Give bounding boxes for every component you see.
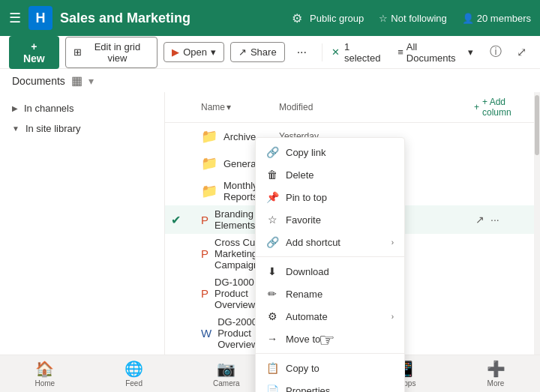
- add-col-icon: +: [474, 102, 479, 112]
- members-link[interactable]: 👤 20 members: [462, 13, 531, 24]
- bottom-nav-label: Home: [34, 379, 55, 388]
- menu-item-label: Properties: [286, 385, 394, 393]
- bottom-nav-feed[interactable]: 🌐 Feed: [116, 357, 152, 391]
- menu-item-favorite[interactable]: ☆ Favorite: [256, 208, 404, 231]
- menu-item-label: Delete: [286, 169, 394, 181]
- close-selection-icon[interactable]: ✕: [332, 46, 340, 58]
- scrollbar[interactable]: [534, 92, 540, 388]
- breadcrumb-bar: Documents ▦ ▾: [0, 69, 540, 92]
- menu-item-label: Download: [286, 266, 394, 277]
- menu-item-download[interactable]: ⬇ Download: [256, 260, 404, 283]
- share-icon: ↗: [238, 46, 247, 58]
- in-channels-section[interactable]: ▶ In channels: [0, 98, 164, 118]
- open-button[interactable]: ▶ Open ▾: [164, 42, 224, 62]
- left-navigation: ▶ In channels ▼ In site library: [0, 92, 165, 388]
- in-site-library-section[interactable]: ▼ In site library: [0, 118, 164, 139]
- file-list-header: Name ▾ Modified + + Add column: [165, 92, 540, 123]
- share-button[interactable]: ↗ Share: [230, 42, 285, 62]
- row-check-cell: ✔: [171, 213, 201, 227]
- menu-item-label: Automate: [286, 311, 384, 322]
- add-column-button[interactable]: + + Add column: [474, 97, 534, 118]
- row-check-cell: [171, 131, 201, 142]
- menu-item-copy-link[interactable]: 🔗 Copy link: [256, 141, 404, 163]
- file-name: Archive: [224, 131, 256, 142]
- menu-item-delete[interactable]: 🗑 Delete: [256, 163, 404, 186]
- submenu-arrow-icon: ›: [392, 313, 394, 321]
- menu-item-pin-to-top[interactable]: 📌 Pin to top: [256, 186, 404, 208]
- menu-item-add-shortcut[interactable]: 🔗 Add shortcut ›: [256, 231, 404, 253]
- bottom-nav-label: Feed: [125, 379, 142, 388]
- hamburger-menu-icon[interactable]: ☰: [9, 10, 21, 26]
- bottom-nav-icon-home: 🏠: [35, 360, 54, 378]
- info-button[interactable]: ⓘ: [485, 41, 506, 63]
- breadcrumb-caret-icon: ▾: [88, 75, 94, 87]
- app-logo: H: [28, 6, 52, 30]
- col-name-header[interactable]: Name ▾: [201, 102, 279, 112]
- menu-item-label: Copy link: [286, 147, 394, 158]
- bottom-nav-icon-camera: 📷: [217, 360, 236, 378]
- menu-item-automate[interactable]: ⚙ Automate ›: [256, 305, 404, 328]
- more-file-icon[interactable]: ···: [489, 212, 501, 227]
- menu-item-icon: 🗑: [266, 169, 278, 181]
- open-label: Open: [183, 46, 207, 58]
- all-documents-button[interactable]: ≡ All Documents ▾: [392, 38, 479, 67]
- channels-label: In channels: [24, 103, 74, 114]
- col-modified-header[interactable]: Modified: [279, 102, 384, 112]
- folder-icon: 📁: [201, 155, 218, 172]
- sort-icon: ▾: [226, 102, 231, 112]
- bottom-nav-more[interactable]: ➕ More: [478, 357, 514, 391]
- menu-item-label: Copy to: [286, 363, 394, 374]
- nav-actions: Public group ☆ Not following 👤 20 member…: [310, 13, 531, 24]
- menu-item-properties[interactable]: 📄 Properties: [256, 379, 404, 392]
- menu-item-icon: ✏: [266, 288, 278, 300]
- row-check-cell: [171, 158, 201, 169]
- following-label: Not following: [391, 13, 446, 24]
- all-docs-label: All Documents: [406, 41, 465, 64]
- share-label: Share: [250, 46, 277, 58]
- menu-item-icon: 📋: [266, 362, 278, 374]
- edit-grid-label: Edit in grid view: [86, 41, 149, 64]
- more-actions-button[interactable]: ···: [291, 41, 313, 64]
- site-title: Sales and Marketing: [60, 10, 284, 26]
- filter-icon: ≡: [398, 46, 404, 58]
- bottom-nav-icon-feed: 🌐: [124, 360, 143, 378]
- menu-item-move-to[interactable]: → Move to: [256, 328, 404, 350]
- selected-count: 1 selected: [344, 41, 386, 64]
- channels-chevron-icon: ▶: [12, 104, 18, 112]
- add-col-label: + Add column: [482, 97, 534, 118]
- menu-item-icon: ⬇: [266, 265, 278, 277]
- bottom-nav-home[interactable]: 🏠 Home: [26, 357, 64, 391]
- breadcrumb-documents[interactable]: Documents: [12, 75, 65, 87]
- selected-check-icon: ✔: [171, 214, 181, 226]
- menu-item-label: Pin to top: [286, 192, 394, 203]
- expand-button[interactable]: ⤢: [512, 42, 531, 62]
- breadcrumb-layout-icon[interactable]: ▦: [71, 73, 82, 88]
- members-icon: 👤: [462, 13, 474, 24]
- menu-item-copy-to[interactable]: 📋 Copy to: [256, 357, 404, 379]
- menu-item-icon: ⚙: [266, 310, 278, 322]
- col-modified-label: Modified: [279, 102, 313, 112]
- all-docs-caret-icon: ▾: [468, 46, 473, 58]
- share-file-icon[interactable]: ↗: [474, 212, 486, 227]
- menu-item-rename[interactable]: ✏ Rename: [256, 283, 404, 305]
- folder-icon: 📁: [201, 183, 218, 199]
- menu-item-icon: 📄: [266, 385, 278, 392]
- edit-grid-button[interactable]: ⊞ Edit in grid view: [65, 37, 158, 68]
- menu-item-label: Move to: [286, 334, 394, 345]
- row-check-cell: [171, 328, 201, 339]
- open-icon: ▶: [172, 46, 179, 58]
- settings-icon[interactable]: ⚙: [292, 11, 302, 25]
- toolbar-separator: [322, 43, 322, 61]
- file-name: General: [224, 158, 258, 169]
- pptx-icon: P: [201, 287, 208, 300]
- menu-item-icon: 🔗: [266, 146, 278, 158]
- following-button[interactable]: ☆ Not following: [379, 13, 446, 24]
- menu-item-label: Favorite: [286, 214, 394, 226]
- scrollbar-thumb[interactable]: [535, 95, 539, 155]
- row-check-cell: [171, 186, 201, 197]
- bottom-nav-label: Camera: [213, 379, 240, 388]
- bottom-nav-camera[interactable]: 📷 Camera: [204, 357, 249, 391]
- menu-item-label: Rename: [286, 289, 394, 300]
- new-button[interactable]: + New: [9, 36, 59, 69]
- sitelibrary-chevron-icon: ▼: [12, 124, 20, 133]
